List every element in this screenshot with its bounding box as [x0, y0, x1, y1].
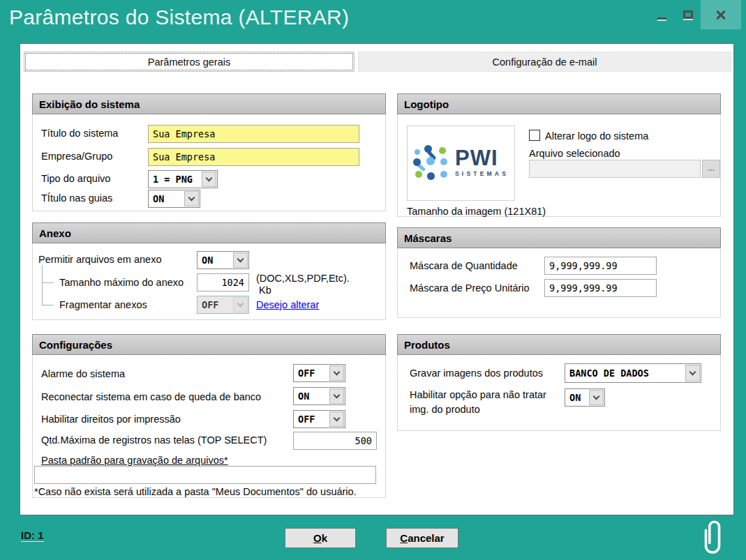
maximize-button[interactable]: [675, 0, 701, 29]
chevron-down-icon[interactable]: [589, 390, 604, 405]
pwi-logo-dots: [413, 145, 449, 181]
direitos-impressao-select[interactable]: OFF: [293, 410, 345, 428]
ok-button[interactable]: Ok: [285, 528, 356, 548]
group-title: Produtos: [397, 334, 721, 355]
tamanho-anexo-input[interactable]: [197, 273, 249, 292]
chevron-down-icon[interactable]: [329, 411, 344, 427]
chevron-down-icon[interactable]: [329, 388, 344, 404]
group-logotipo: Logotipo PWI SISTEMAS: [397, 93, 721, 217]
tree-line: [42, 305, 54, 305]
mascara-quantidade-label: Máscara de Quantidade: [410, 260, 518, 271]
direitos-impressao-label: Habilitar direitos por impressão: [41, 414, 181, 425]
mascara-quantidade-input[interactable]: [544, 257, 657, 275]
tipo-arquivo-select[interactable]: 1 = PNG: [148, 170, 218, 188]
chevron-glyph: [689, 368, 696, 375]
window-title: Parâmetros do Sistema (ALTERAR): [9, 6, 349, 29]
chevron-down-icon[interactable]: [233, 252, 248, 268]
gravar-imagens-label: Gravar imagens dos produtos: [410, 368, 543, 379]
qtd-registros-label: Qtd.Máxima de registros nas telas (TOP S…: [41, 434, 267, 446]
tree-line: [42, 282, 54, 283]
tipo-arquivo-value: 1 = PNG: [149, 171, 201, 188]
tab-strip: Parâmetros gerais Configuração de e-mail: [24, 52, 731, 72]
cancel-button[interactable]: Cancelar: [386, 528, 458, 548]
habilitar-opcao-label: Habilitar opção para não tratar img. do …: [410, 388, 558, 417]
empresa-grupo-input[interactable]: [148, 148, 359, 166]
ok-mnemonic: O: [313, 532, 322, 544]
group-title: Anexo: [32, 222, 386, 243]
titulo-sistema-input[interactable]: [148, 125, 359, 143]
qtd-registros-input[interactable]: [293, 432, 377, 450]
tipo-arquivo-label: Tipo do arquivo: [41, 173, 110, 184]
paperclip-icon: [700, 517, 725, 558]
group-produtos: Produtos Gravar imagens dos produtos BAN…: [397, 334, 721, 431]
habilitar-opcao-value: ON: [565, 389, 588, 406]
permitir-anexo-select[interactable]: ON: [197, 251, 249, 269]
permitir-anexo-value: ON: [197, 252, 232, 268]
titulo-guias-label: TÍtulo nas guias: [41, 192, 112, 204]
reconectar-select[interactable]: ON: [293, 387, 345, 405]
tab-configuracao-email[interactable]: Configuração de e-mail: [358, 52, 731, 72]
group-title: Logotipo: [397, 93, 721, 114]
chevron-down-icon[interactable]: [202, 172, 216, 187]
logo-preview-image: PWI SISTEMAS: [407, 126, 515, 201]
ok-label-rest: k: [322, 532, 327, 544]
minimize-icon: [657, 17, 666, 20]
alarme-value: OFF: [294, 365, 329, 381]
direitos-impressao-value: OFF: [294, 411, 329, 427]
empresa-grupo-label: Empresa/Grupo: [41, 151, 112, 162]
alterar-logo-label: Alterar logo do sistema: [545, 130, 648, 142]
cancel-label-rest: ancelar: [408, 532, 445, 544]
close-icon: [715, 8, 727, 21]
maximize-icon: [683, 10, 693, 19]
chevron-glyph: [334, 414, 341, 421]
fragmentar-value: OFF: [197, 296, 232, 313]
reconectar-value: ON: [294, 388, 329, 404]
cancel-mnemonic: C: [400, 532, 408, 544]
fragmentar-select: OFF: [197, 296, 249, 314]
habilitar-opcao-select[interactable]: ON: [565, 388, 605, 407]
group-mascaras: Máscaras Máscara de Quantidade Máscara d…: [397, 227, 721, 318]
pasta-footnote: *Caso não exista será utilizada a pasta …: [34, 486, 357, 497]
window-controls: [649, 0, 741, 29]
chevron-down-icon[interactable]: [329, 365, 344, 381]
chevron-glyph: [334, 368, 341, 375]
tamanho-anexo-label: Tamanho máximo do anexo: [59, 277, 184, 288]
fragmentar-label: Fragmentar anexos: [59, 299, 147, 310]
chevron-glyph: [334, 391, 341, 398]
tab-parametros-gerais[interactable]: Parâmetros gerais: [24, 52, 355, 72]
gravar-imagens-value: BANCO DE DADOS: [565, 364, 685, 382]
group-title: Máscaras: [397, 227, 721, 248]
group-configuracoes: Configurações Alarme do sistema OFF Reco…: [32, 334, 386, 498]
mascara-preco-input[interactable]: [544, 279, 657, 297]
logo-wordmark: PWI: [455, 149, 498, 167]
anexo-hint-line2: Kb: [259, 285, 271, 296]
alterar-logo-checkbox[interactable]: [529, 130, 540, 141]
close-button[interactable]: [701, 0, 741, 29]
chevron-down-icon[interactable]: [184, 191, 199, 206]
chevron-glyph: [206, 174, 213, 181]
arquivo-selecionado-label: Arquivo selecionado: [529, 148, 620, 159]
record-id-link[interactable]: ID: 1: [21, 529, 44, 542]
minimize-button[interactable]: [649, 0, 675, 29]
pasta-padrao-input[interactable]: [34, 466, 376, 484]
reconectar-label: Reconectar sistema em caso de queda de b…: [41, 391, 261, 402]
permitir-anexo-label: Permitir arquivos em anexo: [38, 254, 162, 265]
dialog-window: Parâmetros do Sistema (ALTERAR) Parâmetr…: [0, 0, 746, 560]
browse-file-button[interactable]: ...: [702, 160, 720, 178]
group-title: Exibição do sistema: [32, 93, 386, 114]
logo-subtitle: SISTEMAS: [455, 170, 509, 177]
arquivo-selecionado-input: [529, 160, 701, 178]
alarme-select[interactable]: OFF: [293, 364, 345, 382]
group-title: Configurações: [32, 334, 386, 355]
tamanho-imagem-label: Tamanho da imagem (121X81): [407, 206, 546, 217]
alarme-label: Alarme do sistema: [41, 368, 125, 379]
titulo-guias-value: ON: [149, 190, 184, 207]
titulo-guias-select[interactable]: ON: [148, 190, 200, 208]
tree-line: [42, 265, 43, 305]
dialog-content-panel: Parâmetros gerais Configuração de e-mail…: [20, 43, 734, 515]
chevron-down-icon[interactable]: [685, 365, 700, 381]
group-anexo: Anexo Permitir arquivos em anexo ON Tama…: [32, 222, 386, 320]
gravar-imagens-select[interactable]: BANCO DE DADOS: [565, 363, 701, 383]
chevron-glyph: [188, 194, 195, 201]
desejo-alterar-link[interactable]: Desejo alterar: [256, 299, 319, 310]
